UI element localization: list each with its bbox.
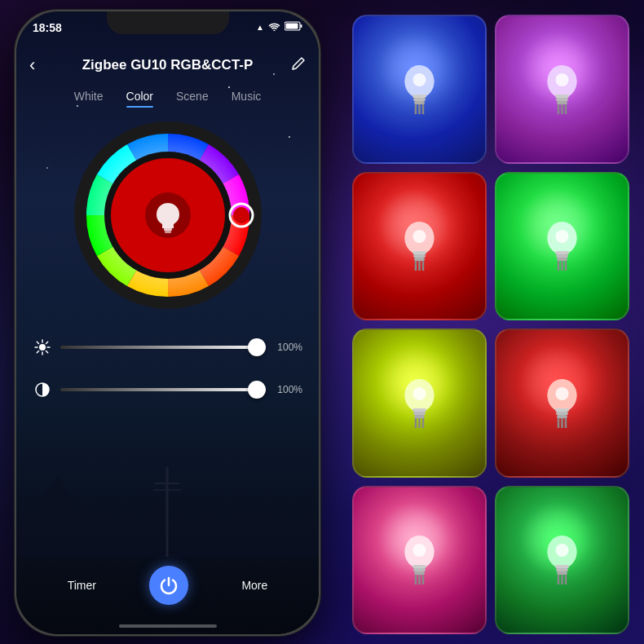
svg-rect-38 bbox=[555, 95, 569, 98]
svg-rect-10 bbox=[164, 228, 172, 231]
brightness-slider-row: 100% bbox=[33, 337, 302, 357]
wifi-icon bbox=[268, 22, 280, 33]
bulb-icon-darkred bbox=[540, 373, 584, 434]
contrast-icon bbox=[33, 380, 52, 399]
svg-rect-65 bbox=[412, 408, 426, 412]
edit-button[interactable] bbox=[281, 56, 306, 75]
svg-rect-2 bbox=[301, 24, 302, 28]
svg-point-68 bbox=[413, 387, 426, 400]
svg-rect-93 bbox=[556, 568, 568, 571]
bulb-icon-purple bbox=[540, 59, 584, 120]
svg-rect-31 bbox=[414, 101, 425, 104]
svg-rect-84 bbox=[413, 568, 426, 571]
svg-rect-30 bbox=[413, 98, 426, 101]
svg-line-22 bbox=[46, 342, 48, 343]
svg-line-19 bbox=[37, 342, 38, 343]
svg-rect-48 bbox=[413, 254, 426, 258]
phone-screen: 18:58 ▲ bbox=[16, 11, 319, 634]
light-grid bbox=[352, 15, 629, 634]
status-icons: ▲ bbox=[256, 21, 302, 33]
svg-point-32 bbox=[413, 73, 426, 86]
bottom-bar: Timer More bbox=[16, 561, 319, 610]
light-card-darkred[interactable] bbox=[495, 329, 629, 478]
back-button[interactable]: ‹ bbox=[29, 55, 54, 76]
svg-rect-11 bbox=[165, 231, 171, 233]
svg-point-59 bbox=[556, 230, 569, 243]
signal-icon: ▲ bbox=[256, 23, 264, 32]
light-card-red[interactable] bbox=[352, 172, 487, 321]
phone-frame: 18:58 ▲ bbox=[15, 10, 320, 636]
contrast-track[interactable] bbox=[60, 388, 266, 391]
svg-line-20 bbox=[46, 351, 48, 353]
svg-rect-83 bbox=[412, 565, 426, 568]
svg-point-14 bbox=[39, 344, 46, 351]
light-card-purple[interactable] bbox=[495, 15, 629, 164]
bulb-icon-red bbox=[397, 215, 442, 276]
phone-notch bbox=[107, 11, 229, 34]
light-card-pink[interactable] bbox=[352, 486, 487, 635]
svg-point-86 bbox=[413, 544, 426, 557]
bulb-icon-darkgreen bbox=[540, 529, 584, 590]
svg-rect-85 bbox=[414, 571, 425, 575]
tab-color[interactable]: Color bbox=[126, 90, 153, 106]
svg-line-21 bbox=[37, 351, 38, 353]
svg-rect-3 bbox=[286, 24, 298, 29]
bulb-icon-yellow bbox=[397, 373, 442, 434]
nav-title: Zigbee GU10 RGB&CCT-P bbox=[54, 57, 281, 73]
status-time: 18:58 bbox=[33, 21, 62, 34]
svg-rect-49 bbox=[414, 258, 425, 261]
brightness-value: 100% bbox=[274, 342, 302, 353]
phone-mockup: 18:58 ▲ bbox=[15, 10, 320, 636]
svg-rect-58 bbox=[557, 258, 567, 261]
brightness-track[interactable] bbox=[60, 346, 266, 349]
svg-point-41 bbox=[556, 73, 569, 86]
trees-silhouette bbox=[16, 459, 319, 557]
svg-rect-47 bbox=[412, 251, 426, 254]
svg-rect-66 bbox=[413, 412, 426, 415]
svg-rect-29 bbox=[412, 95, 426, 98]
power-button[interactable] bbox=[149, 566, 188, 605]
home-indicator bbox=[119, 624, 217, 628]
contrast-value: 100% bbox=[274, 384, 302, 395]
tab-bar: White Color Scene Music bbox=[16, 83, 319, 112]
svg-rect-76 bbox=[557, 415, 567, 418]
light-card-blue[interactable] bbox=[352, 15, 487, 164]
svg-rect-92 bbox=[555, 565, 569, 568]
tab-white[interactable]: White bbox=[74, 90, 104, 106]
svg-point-0 bbox=[274, 29, 276, 31]
light-card-green[interactable] bbox=[495, 172, 629, 321]
bulb-icon-blue bbox=[397, 59, 442, 120]
svg-point-13 bbox=[233, 207, 249, 223]
bulb-icon-pink bbox=[397, 529, 442, 590]
svg-rect-57 bbox=[556, 254, 568, 258]
brightness-icon bbox=[33, 337, 52, 357]
light-card-yellow[interactable] bbox=[352, 329, 487, 478]
svg-rect-56 bbox=[555, 251, 569, 254]
svg-rect-94 bbox=[557, 571, 567, 575]
svg-point-77 bbox=[556, 387, 569, 400]
color-wheel[interactable] bbox=[70, 117, 266, 313]
svg-rect-40 bbox=[557, 101, 567, 104]
svg-rect-67 bbox=[414, 415, 425, 418]
svg-rect-39 bbox=[556, 98, 568, 101]
svg-point-50 bbox=[413, 230, 426, 243]
timer-button[interactable]: Timer bbox=[68, 579, 96, 592]
nav-header: ‹ Zigbee GU10 RGB&CCT-P bbox=[16, 47, 319, 83]
tab-music[interactable]: Music bbox=[232, 90, 262, 106]
bulb-icon-green bbox=[540, 215, 584, 276]
battery-icon bbox=[285, 21, 302, 33]
sliders-area: 100% 100% bbox=[33, 337, 302, 422]
svg-rect-74 bbox=[555, 408, 569, 412]
more-button[interactable]: More bbox=[241, 579, 267, 592]
svg-point-95 bbox=[556, 544, 569, 557]
contrast-thumb[interactable] bbox=[248, 381, 266, 399]
brightness-thumb[interactable] bbox=[248, 338, 266, 356]
tab-scene[interactable]: Scene bbox=[176, 90, 209, 106]
contrast-slider-row: 100% bbox=[33, 380, 302, 399]
svg-rect-75 bbox=[556, 412, 568, 415]
light-card-darkgreen[interactable] bbox=[495, 486, 629, 635]
